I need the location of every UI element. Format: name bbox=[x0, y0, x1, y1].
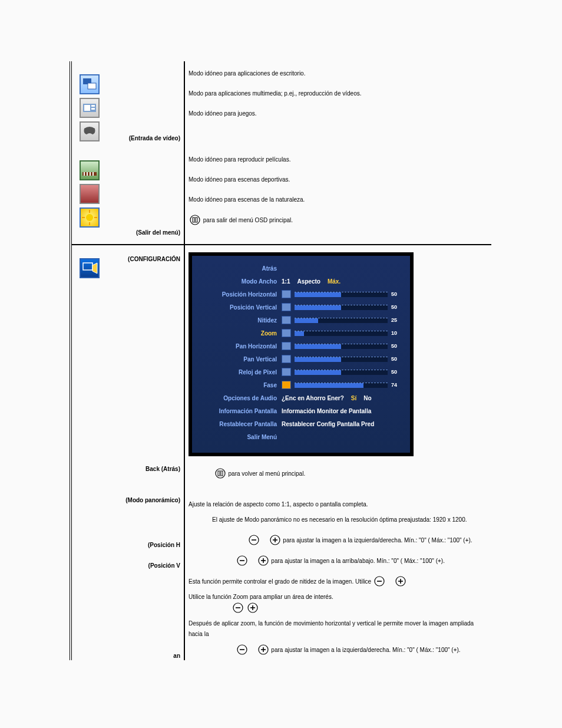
mode-games: Modo idóneo para juegos. bbox=[189, 104, 487, 124]
hpos-label: (Posición H bbox=[148, 542, 180, 548]
svg-rect-7 bbox=[84, 172, 85, 176]
display-settings-icon bbox=[80, 258, 100, 278]
settings-table: (Entrada de vídeo) Modo idóneo para apli… bbox=[72, 61, 491, 660]
svg-rect-10 bbox=[92, 172, 94, 176]
menu-button-icon bbox=[215, 468, 226, 479]
an-label: an bbox=[173, 653, 180, 659]
back-text: para volver al menú principal. bbox=[229, 470, 306, 477]
slider-sharp[interactable]: 25 bbox=[282, 316, 402, 324]
vpos-text: para ajustar la imagen a la arriba/abajo… bbox=[271, 558, 445, 564]
svg-point-11 bbox=[86, 214, 93, 221]
slider-pixel[interactable]: 50 bbox=[282, 368, 402, 376]
svg-rect-4 bbox=[91, 105, 95, 107]
slider-vpos[interactable]: 50 bbox=[282, 303, 402, 311]
osd-exit[interactable]: Salir Menú bbox=[200, 434, 282, 440]
svg-rect-1 bbox=[88, 83, 96, 89]
games-icon bbox=[80, 121, 100, 141]
config-label: (CONFIGURACIÓN bbox=[128, 256, 180, 262]
minus-button-icon bbox=[233, 602, 243, 613]
osd-hpos[interactable]: Posición Horizontal bbox=[200, 291, 282, 298]
sports-icon bbox=[80, 184, 100, 204]
mode-desktop: Modo idóneo para aplicaciones de escrito… bbox=[189, 64, 487, 84]
minus-button-icon bbox=[237, 555, 247, 566]
menu-button-icon bbox=[190, 215, 200, 225]
movie-icon bbox=[80, 160, 100, 180]
plus-button-icon bbox=[270, 535, 280, 545]
osd-panh[interactable]: Pan Horizontal bbox=[200, 343, 282, 350]
wide-text1: Ajuste la relación de aspecto como 1:1, … bbox=[189, 497, 487, 512]
osd-wide[interactable]: Modo Ancho bbox=[200, 278, 282, 285]
osd-panv[interactable]: Pan Vertical bbox=[200, 356, 282, 363]
slider-panv[interactable]: 50 bbox=[282, 355, 402, 363]
plus-button-icon bbox=[247, 602, 258, 613]
multimedia-icon bbox=[80, 98, 100, 118]
plus-button-icon bbox=[395, 576, 406, 587]
svg-rect-3 bbox=[84, 105, 90, 111]
pan-text2: para ajustar la imagen a la izquierda/de… bbox=[271, 647, 460, 653]
slider-hpos[interactable]: 50 bbox=[282, 290, 402, 298]
desktop-icon bbox=[80, 74, 100, 94]
mode-nature: Modo idóneo para escenas de la naturalez… bbox=[189, 190, 487, 210]
svg-rect-5 bbox=[91, 108, 95, 110]
osd-phase[interactable]: Fase bbox=[200, 382, 282, 388]
vpos-label: (Posición V bbox=[148, 562, 180, 569]
hpos-text: para ajustar la imagen a la izquierda/de… bbox=[283, 537, 472, 543]
osd-zoom[interactable]: Zoom bbox=[200, 330, 282, 337]
osd-vpos[interactable]: Posición Vertical bbox=[200, 304, 282, 311]
exit-text: para salir del menú OSD principal. bbox=[203, 217, 293, 223]
osd-reset[interactable]: Restablecer Pantalla bbox=[200, 421, 282, 427]
svg-rect-9 bbox=[90, 172, 91, 176]
video-input-label: (Entrada de vídeo) bbox=[129, 135, 180, 141]
zoom-text: Utilice la función Zoom para ampliar un … bbox=[189, 594, 333, 600]
osd-back[interactable]: Atrás bbox=[200, 265, 282, 272]
slider-zoom[interactable]: 10 bbox=[282, 329, 402, 337]
mode-multimedia: Modo para aplicaciones multimedia; p.ej.… bbox=[189, 84, 487, 104]
minus-button-icon bbox=[237, 644, 247, 655]
plus-button-icon bbox=[258, 555, 269, 566]
back-label: Back (Atrás) bbox=[146, 466, 180, 472]
osd-panel: Atrás Modo Ancho 1:1 Aspecto Máx. bbox=[189, 252, 414, 456]
svg-rect-8 bbox=[87, 172, 88, 176]
wide-text2: El ajuste de Modo panorámico no es neces… bbox=[212, 512, 487, 528]
mode-sports: Modo idóneo para escenas deportivas. bbox=[189, 170, 487, 190]
pan-text: Después de aplicar zoom, la función de m… bbox=[189, 616, 487, 642]
osd-audio[interactable]: Opciones de Audio bbox=[200, 395, 282, 401]
slider-panh[interactable]: 50 bbox=[282, 342, 402, 350]
minus-button-icon bbox=[249, 535, 259, 545]
mode-movies: Modo idóneo para reproducir películas. bbox=[189, 150, 487, 170]
exit-menu-label: (Salir del menú) bbox=[136, 229, 180, 236]
svg-rect-21 bbox=[83, 263, 92, 270]
plus-button-icon bbox=[258, 644, 269, 655]
minus-button-icon bbox=[374, 576, 385, 587]
wide-mode-label: (Modo panorámico) bbox=[125, 497, 180, 503]
slider-phase[interactable]: 74 bbox=[282, 381, 402, 389]
nature-icon bbox=[80, 207, 100, 228]
osd-pixel[interactable]: Reloj de Pixel bbox=[200, 369, 282, 375]
osd-sharp[interactable]: Nitidez bbox=[200, 317, 282, 324]
osd-info[interactable]: Información Pantalla bbox=[200, 408, 282, 414]
sharp-text: Esta función permite controlar el grado … bbox=[189, 578, 373, 585]
